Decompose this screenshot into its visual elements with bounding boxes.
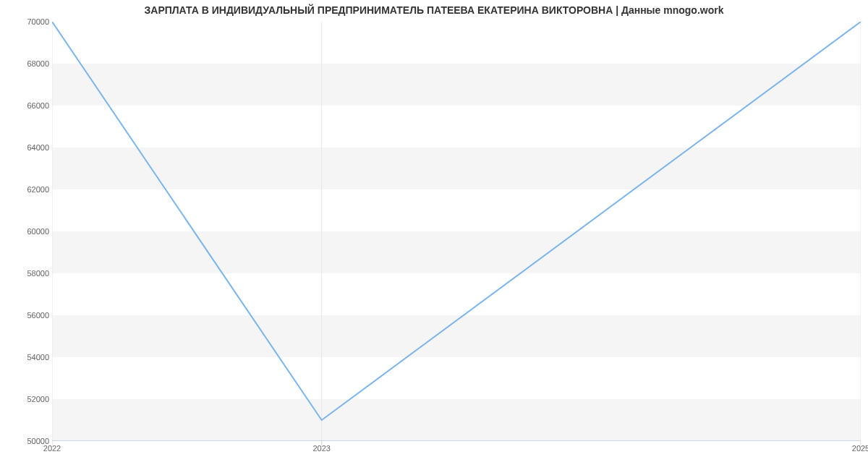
y-tick-label: 68000 xyxy=(6,59,49,68)
svg-rect-6 xyxy=(52,148,861,189)
y-tick-label: 56000 xyxy=(6,311,49,320)
svg-rect-0 xyxy=(52,399,861,441)
chart-title: ЗАРПЛАТА В ИНДИВИДУАЛЬНЫЙ ПРЕДПРИНИМАТЕЛ… xyxy=(0,4,868,16)
svg-rect-2 xyxy=(52,315,861,357)
y-tick-label: 60000 xyxy=(6,227,49,236)
chart-svg xyxy=(52,22,861,447)
y-tick-label: 70000 xyxy=(6,17,49,26)
svg-rect-8 xyxy=(52,64,861,106)
chart-container: ЗАРПЛАТА В ИНДИВИДУАЛЬНЫЙ ПРЕДПРИНИМАТЕЛ… xyxy=(0,0,868,470)
svg-rect-5 xyxy=(52,189,861,231)
y-tick-label: 58000 xyxy=(6,269,49,278)
svg-rect-9 xyxy=(52,22,861,64)
svg-rect-3 xyxy=(52,273,861,315)
y-tick-label: 64000 xyxy=(6,143,49,152)
x-tick-label: 2022 xyxy=(43,444,61,453)
y-tick-label: 62000 xyxy=(6,185,49,194)
y-tick-label: 66000 xyxy=(6,101,49,110)
x-tick-label: 2025 xyxy=(852,444,868,453)
svg-rect-1 xyxy=(52,357,861,399)
y-tick-label: 54000 xyxy=(6,353,49,362)
y-tick-label: 52000 xyxy=(6,395,49,403)
x-tick-label: 2023 xyxy=(312,444,330,453)
svg-rect-4 xyxy=(52,231,861,273)
plot-area xyxy=(52,22,861,441)
